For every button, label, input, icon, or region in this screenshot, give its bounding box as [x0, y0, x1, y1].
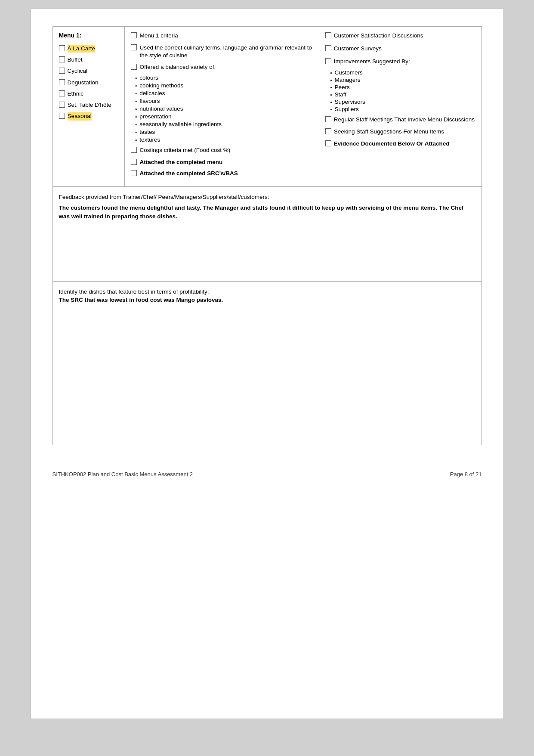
customer-surveys-checkbox[interactable] — [325, 45, 331, 51]
customer-satisfaction-label: Customer Satisfaction Discussions — [334, 32, 423, 40]
col1-item-label: Seasonal — [68, 112, 92, 120]
regular-staff-label: Regular Staff Meetings That Involve Menu… — [334, 116, 475, 124]
menu-label: Menu 1: — [59, 32, 119, 39]
identify-bold-text: The SRC that was lowest in food cost was… — [59, 297, 475, 303]
col1-checkbox[interactable] — [59, 113, 65, 119]
feedback-bold-text: The customers found the menu delightful … — [59, 204, 475, 221]
col1-item-label: Degustation — [68, 79, 99, 87]
col1-item: Degustation — [59, 79, 119, 87]
col3-bullet-list: CustomersManagersPeersStaffSupervisorsSu… — [330, 69, 475, 112]
identify-section: Identify the dishes that feature best in… — [52, 282, 482, 445]
menu1-criteria-item: Menu 1 criteria — [131, 32, 312, 40]
col2-bullet-item: tastes — [135, 129, 312, 135]
col1-checkbox[interactable] — [59, 102, 65, 108]
col3-cell: Customer Satisfaction Discussions Custom… — [319, 27, 482, 187]
col1-checkbox[interactable] — [59, 79, 65, 85]
evidence-documented-item: Evidence Documented Below Or Attached — [325, 140, 475, 148]
col1-checkbox[interactable] — [59, 68, 65, 74]
used-correct-terms-label: Used the correct culinary terms, languag… — [139, 44, 312, 59]
customer-surveys-item: Customer Surveys — [325, 45, 475, 53]
col2-bullet-list: colourscooking methodsdelicaciesflavours… — [135, 74, 312, 143]
offered-balanced-checkbox[interactable] — [131, 64, 137, 70]
col2-bullet-item: delicacies — [135, 90, 312, 96]
col2-bullet-item: nutritional values — [135, 105, 312, 112]
used-correct-terms-item: Used the correct culinary terms, languag… — [131, 44, 312, 59]
costings-checkbox[interactable] — [131, 147, 137, 153]
improvements-suggested-label: Improvements Suggested By: — [334, 58, 410, 65]
col2-cell: Menu 1 criteria Used the correct culinar… — [125, 27, 319, 187]
menu1-criteria-label: Menu 1 criteria — [139, 32, 178, 40]
regular-staff-checkbox[interactable] — [325, 116, 331, 122]
col2-bullet-item: colours — [135, 74, 312, 81]
main-table: Menu 1: À La CarteBuffetCyclicalDegustat… — [52, 26, 482, 187]
costings-item: Costings criteria met (Food cost %) — [131, 146, 312, 154]
col3-bullet-item: Staff — [330, 91, 475, 98]
footer-left: SITHKOP002 Plan and Cost Basic Menus Ass… — [52, 471, 193, 477]
col3-bullet-item: Suppliers — [330, 106, 475, 112]
menu1-criteria-checkbox[interactable] — [131, 32, 137, 38]
col2-bullet-item: seasonally available ingredients — [135, 121, 312, 127]
col3-bullet-item: Peers — [330, 84, 475, 90]
col2-bullet-item: flavours — [135, 98, 312, 104]
evidence-documented-label: Evidence Documented Below Or Attached — [334, 140, 450, 148]
offered-balanced-label: Offered a balanced variety of: — [139, 63, 216, 71]
col1-cell: Menu 1: À La CarteBuffetCyclicalDegustat… — [52, 27, 125, 187]
page: Menu 1: À La CarteBuffetCyclicalDegustat… — [31, 9, 504, 719]
identify-label: Identify the dishes that feature best in… — [59, 288, 475, 295]
col2-bullet-item: cooking methods — [135, 82, 312, 89]
col1-item-label: Ethnic — [68, 90, 84, 98]
attached-src-checkbox[interactable] — [131, 170, 137, 176]
attached-menu-label: Attached the completed menu — [139, 158, 222, 166]
offered-balanced-item: Offered a balanced variety of: — [131, 63, 312, 71]
col1-item-label: Cyclical — [68, 67, 88, 75]
customer-satisfaction-item: Customer Satisfaction Discussions — [325, 32, 475, 40]
used-correct-terms-checkbox[interactable] — [131, 44, 137, 50]
seeking-staff-item: Seeking Staff Suggestions For Menu Items — [325, 128, 475, 136]
col1-item: Cyclical — [59, 67, 119, 75]
col1-checkbox[interactable] — [59, 90, 65, 96]
col1-item: À La Carte — [59, 45, 119, 53]
col1-item: Seasonal — [59, 112, 119, 120]
col1-item: Set, Table D'hôte — [59, 101, 119, 109]
footer: SITHKOP002 Plan and Cost Basic Menus Ass… — [52, 471, 482, 477]
col3-bullet-item: Customers — [330, 69, 475, 76]
feedback-section: Feedback provided from Trainer/Chef/ Pee… — [52, 187, 482, 282]
col3-bullet-item: Managers — [330, 77, 475, 83]
col2-bullet-item: presentation — [135, 113, 312, 120]
footer-right: Page 8 of 21 — [450, 471, 482, 477]
col1-item-label: À La Carte — [68, 45, 96, 53]
improvements-suggested-checkbox[interactable] — [325, 58, 331, 64]
costings-label: Costings criteria met (Food cost %) — [139, 146, 230, 154]
improvements-suggested-item: Improvements Suggested By: — [325, 58, 475, 65]
col3-bullet-item: Supervisors — [330, 99, 475, 105]
customer-satisfaction-checkbox[interactable] — [325, 32, 331, 38]
col1-item-label: Buffet — [68, 56, 83, 64]
attached-menu-item: Attached the completed menu — [131, 158, 312, 166]
col2-bullet-item: textures — [135, 136, 312, 143]
customer-surveys-label: Customer Surveys — [334, 45, 382, 53]
col1-item: Buffet — [59, 56, 119, 64]
evidence-documented-checkbox[interactable] — [325, 140, 331, 146]
regular-staff-item: Regular Staff Meetings That Involve Menu… — [325, 116, 475, 124]
seeking-staff-label: Seeking Staff Suggestions For Menu Items — [334, 128, 444, 136]
seeking-staff-checkbox[interactable] — [325, 128, 331, 134]
feedback-label: Feedback provided from Trainer/Chef/ Pee… — [59, 194, 475, 200]
col1-checkbox[interactable] — [59, 56, 65, 62]
attached-src-label: Attached the completed SRC's/BAS — [139, 170, 238, 177]
col1-item-label: Set, Table D'hôte — [68, 101, 111, 109]
attached-menu-checkbox[interactable] — [131, 159, 137, 165]
col1-checkbox[interactable] — [59, 45, 65, 51]
col1-item: Ethnic — [59, 90, 119, 98]
attached-src-item: Attached the completed SRC's/BAS — [131, 170, 312, 177]
